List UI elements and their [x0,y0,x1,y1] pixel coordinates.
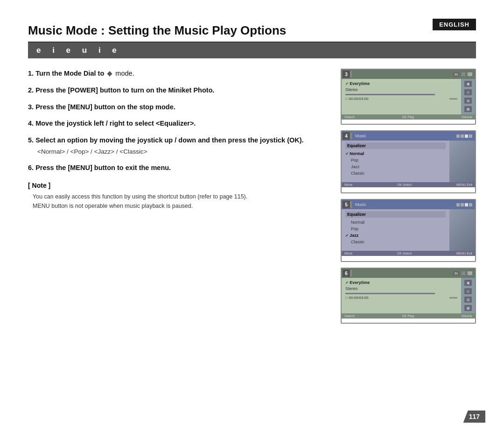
panel-4-header: ♪ Music [342,131,475,141]
panel-4-thumb [449,141,475,182]
mode-3: Stereo [345,87,457,92]
battery-icon [462,72,465,76]
equalizer-title-5: Equalizer [345,211,446,218]
menu-classic-4: Classic [345,170,446,177]
panel-3-number: 3 [343,71,350,78]
panel-4-screen: ♪ Music Equalizer [341,130,476,193]
progress-bar-3 [345,94,435,95]
panel-3-screen: ♪ IN ✓ Everytime Stereo [341,69,476,125]
english-badge: ENGLISH [433,19,476,30]
time-6: □ 00:00/03:00 ═══ [345,296,457,300]
menu-normal-5: Normal [345,219,446,226]
step-5-sub: <Normal> / <Pop> / <Jazz> / <Classic> [37,147,327,156]
panel-3-body: ✓ Everytime Stereo □ 00:00/03:00 ═══ ▣ [342,79,475,114]
panel-3-footer: Search OK Play Volume [342,114,475,120]
in-badge-6: IN [453,271,459,276]
in-badge-3: IN [453,72,459,77]
step-4: 4. Move the joystick left / right to sel… [28,119,327,129]
panel-5-footer: Move OK Select MENU Exit [342,251,475,256]
page-title: Music Mode : Setting the Music Play Opti… [28,23,476,42]
menu-pop-5: Pop [345,226,446,232]
note-title: [ Note ] [28,182,327,189]
step-1: 1. Turn the Mode Dial to mode. [28,69,327,79]
note-section: [ Note ] You can easily access this func… [28,182,327,211]
header-icons-5 [456,203,472,206]
panel-6-body: ✓ Everytime Stereo □ 00:00/03:00 ═══ ▣ [342,278,475,313]
time-3: □ 00:00/03:00 ═══ [345,97,457,101]
panel-6-sidebar: ▣ ◎ ▤ ▦ [461,278,475,313]
thumb-image-5 [449,209,475,251]
panel-3-wrapper: 3 ♪ IN [341,69,476,125]
sidebar-icon-2: ◎ [464,89,472,95]
music-label-4: Music [355,134,366,138]
step-2: 2. Press the [POWER] button to turn on t… [28,85,327,96]
panel-3-sidebar: ▣ ◎ ▤ ▦ [461,79,475,114]
menu-classic-5: Classic [345,239,446,245]
page-number: 117 [463,411,485,423]
panel-5-screen: ♪ Music Equalizer [341,199,476,262]
menu-normal-4: ✓ Normal [345,150,446,157]
panel-4-wrapper: 4 ♪ Music [341,130,476,193]
sidebar-icon-4: ▦ [464,106,472,112]
equalizer-title-4: Equalizer [345,142,446,149]
panel-6-main: ✓ Everytime Stereo □ 00:00/03:00 ═══ [342,278,461,313]
sidebar-icon-6-1: ▣ [464,280,472,286]
panel-5-menu: Equalizer Normal Pop ✓ Jazz Classic [342,209,449,251]
note-line-1: You can easily access this function by u… [33,192,327,201]
panel-6-footer: Search OK Play Volume [342,313,475,319]
panel-4-number: 4 [343,132,350,140]
panel-6-number: 6 [343,269,350,277]
song-name-6: ✓ Everytime [345,280,457,285]
panel-5-header: ♪ Music [342,200,475,209]
panel-5-body: Equalizer Normal Pop ✓ Jazz Classic [342,209,475,251]
note-line-2: MENU button is not operable when music p… [33,201,327,211]
sidebar-icon-1: ▣ [464,81,472,87]
panel-4-body: Equalizer ✓ Normal Pop Jazz Classic [342,141,475,182]
panel-4-menu: Equalizer ✓ Normal Pop Jazz Classic [342,141,449,182]
panel-6-header: ♪ IN [342,269,475,278]
menu-jazz-5: ✓ Jazz [345,232,446,239]
diamond-icon [107,71,112,77]
panel-3-header: ♪ IN [342,70,475,79]
sidebar-icon-6-2: ◎ [464,288,472,294]
sidebar-icon-3: ▤ [464,98,472,104]
right-content: 3 ♪ IN [341,69,476,326]
panel-6-screen: ♪ IN ✓ Everytime Stereo [341,268,476,324]
sidebar-icon-6-3: ▤ [464,297,472,303]
menu-pop-4: Pop [345,157,446,163]
panel-5-number: 5 [343,201,350,208]
sidebar-icon-6-4: ▦ [464,305,472,311]
music-label-5: Music [355,202,366,207]
menu-icon-6 [468,271,472,275]
panel-5-wrapper: 5 ♪ Music [341,199,476,262]
panel-6-wrapper: 6 ♪ IN ✓ Everytime [341,268,476,324]
progress-bar-6 [345,293,435,294]
song-name-3: ✓ Everytime [345,81,457,86]
page-container: ENGLISH Music Mode : Setting the Music P… [0,0,504,432]
content-area: 1. Turn the Mode Dial to mode. 2. Press … [28,69,476,326]
subtitle-bar: e i e u i e [28,42,476,58]
panel-4-footer: Move OK Select MENU Exit [342,182,475,187]
step-3: 3. Press the [MENU] button on the stop m… [28,102,327,113]
mode-6: Stereo [345,286,457,291]
panel-3-main: ✓ Everytime Stereo □ 00:00/03:00 ═══ [342,79,461,114]
header-icons-4 [456,135,472,138]
left-content: 1. Turn the Mode Dial to mode. 2. Press … [28,69,327,326]
thumb-image-4 [449,141,475,182]
battery-icon-6 [462,271,465,275]
menu-icon [468,72,472,76]
menu-jazz-4: Jazz [345,163,446,170]
step-6: 6. Press the [MENU] button to exit the m… [28,163,327,173]
step-5: 5. Select an option by moving the joysti… [28,135,327,156]
panel-5-thumb [449,209,475,251]
